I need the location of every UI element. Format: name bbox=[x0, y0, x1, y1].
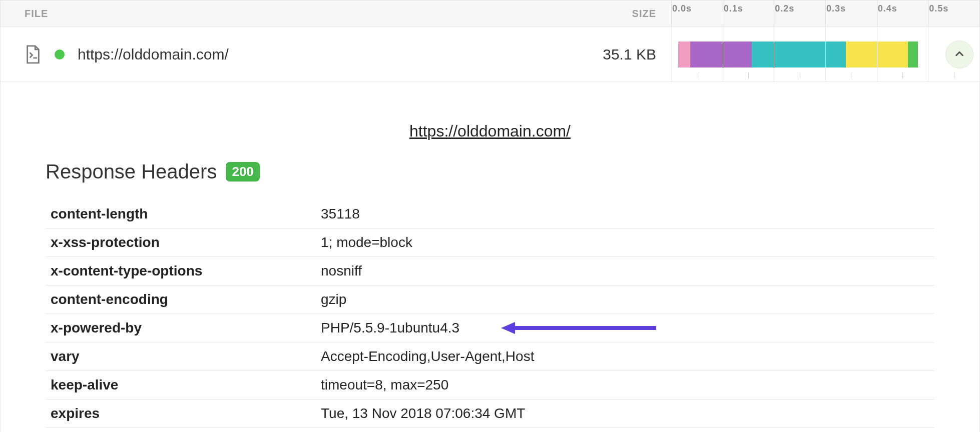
column-header-file[interactable]: FILE bbox=[1, 8, 536, 20]
column-header-timeline: 0.0s0.1s0.2s0.3s0.4s0.5s0.6 bbox=[671, 0, 979, 26]
header-row: x-xss-protection1; mode=block bbox=[46, 228, 934, 257]
svg-marker-1 bbox=[501, 322, 515, 334]
timeline-tick-label: 0.1s bbox=[724, 4, 743, 14]
request-row[interactable]: https://olddomain.com/ 35.1 KB bbox=[1, 27, 979, 82]
waterfall-segment-teal bbox=[752, 42, 846, 68]
timeline-tick-label: 0.3s bbox=[826, 4, 846, 14]
annotation-arrow-icon bbox=[501, 320, 656, 336]
request-size: 35.1 KB bbox=[536, 46, 671, 63]
timeline-tick-label: 0.0s bbox=[672, 4, 692, 14]
header-value: Accept-Encoding,User-Agent,Host bbox=[316, 342, 934, 371]
header-value: gzip bbox=[316, 286, 934, 314]
waterfall-segment-pink bbox=[678, 42, 690, 68]
request-timeline bbox=[671, 27, 979, 82]
header-name: keep-alive bbox=[46, 371, 316, 400]
detail-url-link[interactable]: https://olddomain.com/ bbox=[46, 122, 934, 140]
timeline-tick-label: 0.2s bbox=[775, 4, 794, 14]
network-panel: FILE SIZE 0.0s0.1s0.2s0.3s0.4s0.5s0.6 ht… bbox=[0, 0, 980, 432]
collapse-button[interactable] bbox=[945, 40, 973, 68]
timeline-tick-label: 0.5s bbox=[929, 4, 948, 14]
header-row: content-encodinggzip bbox=[46, 286, 934, 314]
document-icon bbox=[25, 44, 42, 64]
request-details: https://olddomain.com/ Response Headers … bbox=[1, 82, 979, 432]
status-badge: 200 bbox=[226, 162, 259, 182]
response-headers-table: content-length35118x-xss-protection1; mo… bbox=[46, 200, 934, 428]
header-value: timeout=8, max=250 bbox=[316, 371, 934, 400]
header-name: x-powered-by bbox=[46, 314, 316, 342]
header-name: x-xss-protection bbox=[46, 228, 316, 257]
waterfall-segment-green bbox=[908, 42, 918, 68]
header-name: content-encoding bbox=[46, 286, 316, 314]
header-row: keep-alivetimeout=8, max=250 bbox=[46, 371, 934, 400]
header-value: Tue, 13 Nov 2018 07:06:34 GMT bbox=[316, 400, 934, 428]
table-header: FILE SIZE 0.0s0.1s0.2s0.3s0.4s0.5s0.6 bbox=[1, 0, 979, 27]
header-value: nosniff bbox=[316, 257, 934, 286]
header-name: vary bbox=[46, 342, 316, 371]
status-dot-icon bbox=[55, 50, 65, 60]
response-headers-title-row: Response Headers 200 bbox=[46, 160, 934, 183]
response-headers-title: Response Headers bbox=[46, 160, 217, 183]
header-name: expires bbox=[46, 400, 316, 428]
header-row: expiresTue, 13 Nov 2018 07:06:34 GMT bbox=[46, 400, 934, 428]
timeline-tick-label: 0.4s bbox=[878, 4, 897, 14]
header-row: varyAccept-Encoding,User-Agent,Host bbox=[46, 342, 934, 371]
request-url: https://olddomain.com/ bbox=[78, 46, 229, 63]
column-header-size[interactable]: SIZE bbox=[536, 8, 671, 20]
header-name: content-length bbox=[46, 200, 316, 228]
header-row: x-powered-byPHP/5.5.9-1ubuntu4.3 bbox=[46, 314, 934, 342]
chevron-up-icon bbox=[954, 46, 965, 63]
header-value: 35118 bbox=[316, 200, 934, 228]
waterfall-segment-blank bbox=[671, 42, 678, 68]
header-row: content-length35118 bbox=[46, 200, 934, 228]
waterfall-segment-purple bbox=[690, 42, 752, 68]
header-row: x-content-type-optionsnosniff bbox=[46, 257, 934, 286]
header-value: PHP/5.5.9-1ubuntu4.3 bbox=[316, 314, 934, 342]
header-value: 1; mode=block bbox=[316, 228, 934, 257]
header-name: x-content-type-options bbox=[46, 257, 316, 286]
